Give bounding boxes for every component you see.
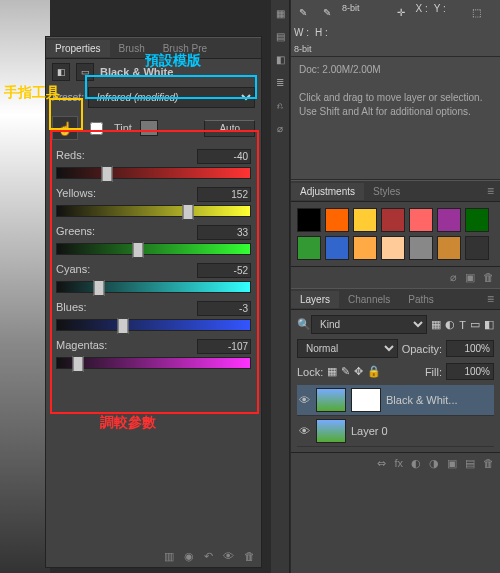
reset-icon[interactable]: ↶ bbox=[204, 550, 213, 563]
layer-row[interactable]: 👁 Layer 0 bbox=[297, 416, 494, 447]
layer-thumb[interactable] bbox=[316, 419, 346, 443]
adjustments-panel-head: Adjustments Styles ≡ bbox=[291, 180, 500, 202]
annotation-box-params bbox=[50, 130, 259, 414]
tab-adjustments[interactable]: Adjustments bbox=[291, 183, 364, 200]
filter-kind-select[interactable]: Kind bbox=[311, 315, 427, 334]
fill-input[interactable] bbox=[446, 363, 494, 380]
tool-icon[interactable]: ≣ bbox=[272, 72, 288, 92]
style-swatch[interactable] bbox=[381, 208, 405, 232]
hint-text: Click and drag to move layer or selectio… bbox=[299, 91, 492, 105]
blend-mode-select[interactable]: Normal bbox=[297, 339, 398, 358]
tool-icon[interactable]: ◧ bbox=[272, 49, 288, 69]
clip-icon[interactable]: ▥ bbox=[164, 550, 174, 563]
style-swatch[interactable] bbox=[297, 208, 321, 232]
hint-text: Use Shift and Alt for additional options… bbox=[299, 105, 492, 119]
dimensions-icon[interactable]: ⬚ bbox=[468, 3, 486, 21]
clear-style-icon[interactable]: ⌀ bbox=[450, 271, 457, 284]
filter-icon[interactable]: ◧ bbox=[484, 318, 494, 331]
link-icon[interactable]: ⇔ bbox=[377, 457, 386, 470]
layer-mask-thumb[interactable] bbox=[351, 388, 381, 412]
search-icon[interactable]: 🔍 bbox=[297, 318, 307, 331]
trash-icon[interactable]: 🗑 bbox=[483, 457, 494, 470]
panel-menu-icon[interactable]: ≡ bbox=[487, 292, 494, 306]
layer-name[interactable]: Layer 0 bbox=[351, 425, 388, 437]
tool-icon[interactable]: ▦ bbox=[272, 3, 288, 23]
info-panel: Doc: 2.00M/2.00M Click and drag to move … bbox=[291, 57, 500, 180]
filter-icon[interactable]: ▦ bbox=[431, 318, 441, 331]
trash-icon[interactable]: 🗑 bbox=[483, 271, 494, 284]
adjustment-icon[interactable]: ◑ bbox=[429, 457, 439, 470]
toggle-visibility-icon[interactable]: 👁 bbox=[223, 550, 234, 563]
annotation-preset: 預設模版 bbox=[145, 52, 201, 70]
new-layer-icon[interactable]: ▤ bbox=[465, 457, 475, 470]
tool-icon[interactable]: ⎌ bbox=[272, 95, 288, 115]
lock-all-icon[interactable]: 🔒 bbox=[367, 365, 381, 378]
layers-body: 🔍 Kind ▦ ◐ T ▭ ◧ Normal Opacity: Lock: ▦… bbox=[291, 310, 500, 452]
top-info-bar: ✎ ✎ 8-bit ✛ X : Y : ⬚ W : H : 8-bit bbox=[291, 0, 500, 57]
layer-name[interactable]: Black & Whit... bbox=[386, 394, 458, 406]
trash-icon[interactable]: 🗑 bbox=[244, 550, 255, 563]
tab-properties[interactable]: Properties bbox=[46, 40, 110, 57]
annotation-box-preset bbox=[85, 75, 257, 99]
style-swatch[interactable] bbox=[437, 236, 461, 260]
lock-brush-icon[interactable]: ✎ bbox=[341, 365, 350, 378]
style-swatch[interactable] bbox=[325, 208, 349, 232]
lock-move-icon[interactable]: ✥ bbox=[354, 365, 363, 378]
annotation-box-finger bbox=[49, 98, 83, 130]
opacity-label: Opacity: bbox=[402, 343, 442, 355]
h-label: H : bbox=[315, 27, 328, 38]
style-swatches bbox=[291, 202, 500, 266]
w-label: W : bbox=[294, 27, 309, 38]
filter-icon[interactable]: ▭ bbox=[470, 318, 480, 331]
x-label: X : bbox=[416, 3, 428, 21]
visibility-icon[interactable]: 👁 bbox=[297, 394, 311, 406]
properties-footer: ▥ ◉ ↶ 👁 🗑 bbox=[164, 550, 255, 563]
tab-paths[interactable]: Paths bbox=[399, 291, 443, 308]
fill-label: Fill: bbox=[425, 366, 442, 378]
eyedropper-icon[interactable]: ✎ bbox=[318, 3, 336, 21]
new-style-icon[interactable]: ▣ bbox=[465, 271, 475, 284]
bw-adjustment-icon: ◧ bbox=[52, 63, 70, 81]
visibility-icon[interactable]: 👁 bbox=[297, 425, 311, 437]
style-swatch[interactable] bbox=[437, 208, 461, 232]
filter-icon[interactable]: T bbox=[459, 319, 466, 331]
style-swatch[interactable] bbox=[465, 236, 489, 260]
layer-row[interactable]: 👁 Black & Whit... bbox=[297, 385, 494, 416]
vertical-toolbar: ▦ ▤ ◧ ≣ ⎌ ⌀ bbox=[271, 0, 290, 573]
style-swatch[interactable] bbox=[409, 236, 433, 260]
view-previous-icon[interactable]: ◉ bbox=[184, 550, 194, 563]
tab-channels[interactable]: Channels bbox=[339, 291, 399, 308]
tool-icon[interactable]: ⌀ bbox=[272, 118, 288, 138]
opacity-input[interactable] bbox=[446, 340, 494, 357]
mask-icon[interactable]: ◐ bbox=[411, 457, 421, 470]
lock-label: Lock: bbox=[297, 366, 323, 378]
panel-menu-icon[interactable]: ≡ bbox=[487, 184, 494, 198]
bit-depth: 8-bit bbox=[342, 3, 360, 21]
y-label: Y : bbox=[434, 3, 446, 21]
folder-icon[interactable]: ▣ bbox=[447, 457, 457, 470]
layer-thumb[interactable] bbox=[316, 388, 346, 412]
eyedropper-icon[interactable]: ✎ bbox=[294, 3, 312, 21]
style-swatch[interactable] bbox=[353, 236, 377, 260]
tool-icon[interactable]: ▤ bbox=[272, 26, 288, 46]
style-swatch[interactable] bbox=[353, 208, 377, 232]
crosshair-icon[interactable]: ✛ bbox=[392, 3, 410, 21]
tab-styles[interactable]: Styles bbox=[364, 183, 409, 200]
layers-footer: ⇔ fx ◐ ◑ ▣ ▤ 🗑 bbox=[291, 452, 500, 474]
tab-layers[interactable]: Layers bbox=[291, 291, 339, 308]
fx-icon[interactable]: fx bbox=[394, 457, 403, 470]
style-swatch[interactable] bbox=[465, 208, 489, 232]
filter-icon[interactable]: ◐ bbox=[445, 318, 455, 331]
doc-size: Doc: 2.00M/2.00M bbox=[299, 63, 492, 77]
layers-panel-head: Layers Channels Paths ≡ bbox=[291, 288, 500, 310]
style-swatch[interactable] bbox=[381, 236, 405, 260]
right-column: ✎ ✎ 8-bit ✛ X : Y : ⬚ W : H : 8-bit Doc:… bbox=[291, 0, 500, 573]
lock-pixels-icon[interactable]: ▦ bbox=[327, 365, 337, 378]
style-swatch[interactable] bbox=[325, 236, 349, 260]
annotation-params: 調較參數 bbox=[100, 414, 156, 432]
style-swatch[interactable] bbox=[409, 208, 433, 232]
bit-depth-2: 8-bit bbox=[294, 44, 497, 54]
style-swatch[interactable] bbox=[297, 236, 321, 260]
adjustments-footer: ⌀ ▣ 🗑 bbox=[291, 266, 500, 288]
